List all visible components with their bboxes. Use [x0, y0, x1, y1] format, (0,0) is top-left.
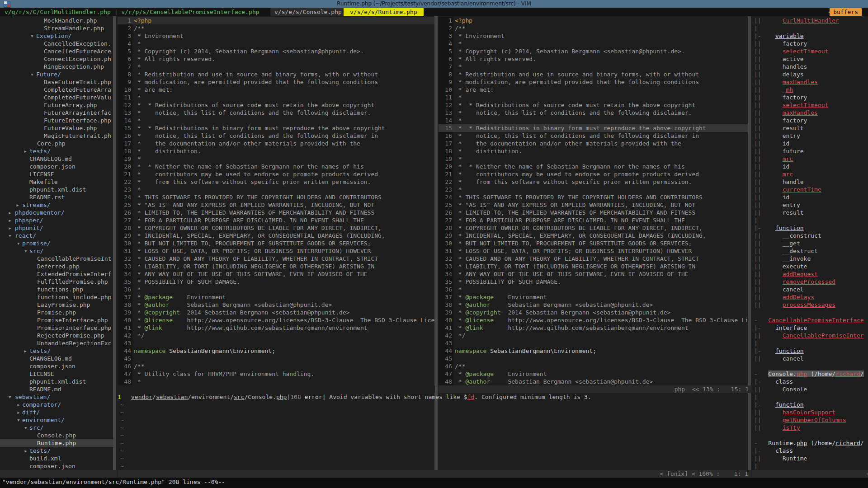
code-line[interactable]: 11 *	[118, 94, 434, 101]
code-line[interactable]: 46/**	[439, 362, 748, 370]
tag-item[interactable]: || currentTime	[752, 186, 868, 193]
tree-item-file[interactable]: functions.php	[0, 286, 113, 293]
tag-item[interactable]: |- class	[752, 447, 868, 455]
code-line[interactable]: 3 * Environment	[439, 32, 748, 40]
code-line[interactable]: 29 * INCIDENTAL, SPECIAL, EXEMPLARY, OR …	[439, 232, 748, 239]
code-line[interactable]: 6 * All rights reserved.	[118, 55, 434, 63]
code-line[interactable]: 24 * THIS SOFTWARE IS PROVIDED BY THE CO…	[439, 193, 748, 201]
expander-closed-icon[interactable]: ▸	[24, 347, 27, 355]
tree-item-directory[interactable]: ▾sebastian/	[0, 393, 113, 401]
code-line[interactable]: 41 * @link http://www.github.com/sebasti…	[118, 324, 434, 332]
code-line[interactable]: 36 *	[118, 286, 434, 293]
tag-item[interactable]: || selectTimeout	[752, 47, 868, 55]
tree-item-file[interactable]: RejectedPromise.php	[0, 332, 113, 339]
code-line[interactable]: 38 * @author Sebastian Bergmann <sebasti…	[439, 301, 748, 309]
tree-item-file[interactable]: FutureArrayInterfac	[0, 109, 113, 117]
code-line[interactable]: 21 * contributors may be used to endorse…	[439, 170, 748, 178]
tag-item[interactable]: || Console	[752, 385, 868, 393]
tag-item[interactable]: || _mh	[752, 86, 868, 94]
tree-item-file[interactable]: MagicFutureTrait.ph	[0, 132, 113, 140]
code-line[interactable]: 31 * LOSS OF USE, DATA, OR PROFITS; OR B…	[439, 247, 748, 255]
tree-item-directory[interactable]: ▾Exception/	[0, 32, 113, 40]
code-line[interactable]: 41 * @link http://www.github.com/sebasti…	[439, 324, 748, 332]
tree-item-directory[interactable]: ▸phpunit/	[0, 224, 113, 232]
tag-item[interactable]: || active	[752, 55, 868, 63]
expander-open-icon[interactable]: ▾	[30, 32, 34, 40]
tree-item-file[interactable]: Deferred.php	[0, 263, 113, 270]
tree-item-file[interactable]: phpunit.xml.dist	[0, 378, 113, 385]
code-line[interactable]: 11 *	[439, 94, 748, 101]
code-line[interactable]: 19 *	[118, 155, 434, 163]
tree-item-file[interactable]: CancelledFutureAcce	[0, 47, 113, 55]
expander-open-icon[interactable]: ▾	[17, 239, 20, 247]
code-line[interactable]: 30 * BUT NOT LIMITED TO, PROCUREMENT OF …	[118, 239, 434, 247]
tree-item-file[interactable]: LICENSE	[0, 370, 113, 378]
tag-item[interactable]: |- function	[752, 224, 868, 232]
tag-item[interactable]: - CancellablePromiseInterface	[752, 316, 868, 324]
tree-item-file[interactable]: README.rst	[0, 193, 113, 201]
tag-item[interactable]: || getNumberOfColumns	[752, 416, 868, 424]
expander-open-icon[interactable]: ▾	[8, 232, 12, 239]
code-line[interactable]: 36 *	[439, 286, 748, 293]
code-line[interactable]: 31 * LOSS OF USE, DATA, OR PROFITS; OR B…	[118, 247, 434, 255]
code-line[interactable]: 28 * COPYRIGHT OWNER OR CONTRIBUTORS BE …	[439, 224, 748, 232]
code-line[interactable]: 7 *	[439, 63, 748, 70]
tag-item[interactable]: || selectTimeout	[752, 101, 868, 109]
tag-item[interactable]: || maxHandles	[752, 109, 868, 117]
expander-open-icon[interactable]: ▾	[24, 424, 28, 432]
tree-item-file[interactable]: composer.json	[0, 462, 113, 470]
tag-item[interactable]: |- interface	[752, 324, 868, 332]
code-line[interactable]: 20 * * Neither the name of Sebastian Ber…	[118, 163, 434, 170]
tree-item-file[interactable]: README.md	[0, 385, 113, 393]
code-line[interactable]: 24 * THIS SOFTWARE IS PROVIDED BY THE CO…	[118, 193, 434, 201]
code-line[interactable]: 37 * @package Environment	[118, 293, 434, 301]
tree-item-file[interactable]: functions_include.php	[0, 293, 113, 301]
tree-item-file[interactable]: Console.php	[0, 432, 113, 439]
tree-item-file[interactable]: CancelledException.	[0, 40, 113, 47]
code-line[interactable]: 2/**	[118, 24, 434, 32]
code-line[interactable]: 32 * CAUSED AND ON ANY THEORY OF LIABILI…	[439, 255, 748, 263]
expander-closed-icon[interactable]: ▸	[8, 216, 12, 224]
tag-item[interactable]: || id	[752, 193, 868, 201]
expander-closed-icon[interactable]: ▸	[8, 224, 12, 232]
code-line[interactable]: 33 * LIABILITY, OR TORT (INCLUDING NEGLI…	[118, 263, 434, 270]
expander-open-icon[interactable]: ▾	[24, 247, 28, 255]
code-line[interactable]: 18 * distribution.	[439, 147, 748, 155]
tree-item-file[interactable]: MockHandler.php	[0, 17, 113, 24]
tag-item[interactable]: || entry	[752, 132, 868, 140]
code-line[interactable]: 9 * modification, are permitted provided…	[439, 78, 748, 86]
tag-item[interactable]: || removeProcessed	[752, 278, 868, 286]
tag-item[interactable]: || __get	[752, 239, 868, 247]
code-line[interactable]: 44namespace SebastianBergmann\Environmen…	[118, 347, 434, 355]
tree-item-directory[interactable]: ▾promise/	[0, 239, 113, 247]
code-line[interactable]: 14 *	[439, 117, 748, 124]
expander-closed-icon[interactable]: ▸	[24, 147, 27, 155]
code-line[interactable]: 47 * Utility class for HHVM/PHP environm…	[118, 370, 434, 378]
vertical-separator[interactable]	[748, 16, 751, 478]
code-line[interactable]: 32 * CAUSED AND ON ANY THEORY OF LIABILI…	[118, 255, 434, 263]
vertical-separator[interactable]	[113, 16, 116, 478]
expander-closed-icon[interactable]: ▸	[17, 401, 20, 408]
tag-item[interactable]: || factory	[752, 94, 868, 101]
code-line[interactable]: 42 */	[439, 332, 748, 339]
code-line[interactable]: 43	[439, 339, 748, 347]
code-line[interactable]: 40 * @license http://www.opensource.org/…	[439, 316, 748, 324]
tag-item[interactable]: || CurlMultiHandler	[752, 17, 868, 24]
tree-item-directory[interactable]: ▸diff/	[0, 408, 113, 416]
tree-item-directory[interactable]: ▸comparator/	[0, 401, 113, 408]
code-line[interactable]: 13 * notice, this list of conditions and…	[439, 109, 748, 117]
code-line[interactable]: 15 * * Redistributions in binary form mu…	[118, 124, 434, 132]
tag-item[interactable]: || result	[752, 124, 868, 132]
tag-item[interactable]: || hasColorSupport	[752, 408, 868, 416]
tag-item[interactable]: || delays	[752, 70, 868, 78]
tree-item-file[interactable]: StreamHandler.php	[0, 24, 113, 32]
tree-item-file[interactable]: Makefile	[0, 178, 113, 186]
code-line[interactable]: 22 * from this software without specific…	[439, 178, 748, 186]
tag-item[interactable]: || factory	[752, 40, 868, 47]
tree-item-file[interactable]: BaseFutureTrait.php	[0, 78, 113, 86]
tag-item[interactable]: || maxHandles	[752, 78, 868, 86]
tag-item[interactable]: || execute	[752, 263, 868, 270]
code-line[interactable]: 4 *	[439, 40, 748, 47]
tag-item[interactable]: |- function	[752, 347, 868, 355]
tree-item-file[interactable]: CHANGELOG.md	[0, 355, 113, 362]
